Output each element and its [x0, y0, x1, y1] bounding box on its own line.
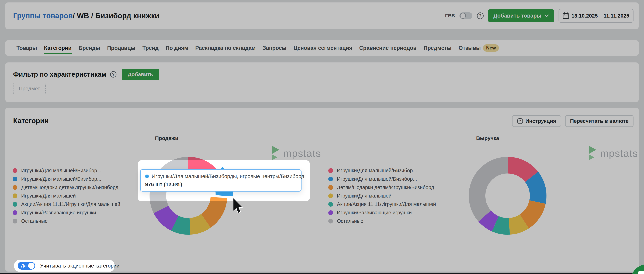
- recalc-currency-button[interactable]: Пересчитать в валюте: [565, 115, 634, 127]
- tab-po-dnyam[interactable]: По дням: [166, 40, 188, 56]
- promo-categories-label: Учитывать акционные категории: [40, 263, 120, 269]
- legend-dot: [12, 177, 17, 181]
- watermark-text: mpstats: [283, 147, 321, 159]
- watermark-left: mpstats: [272, 146, 321, 161]
- legend-label: Остальные: [337, 218, 363, 224]
- legend-item[interactable]: Игрушки/Развивающие игрушки: [12, 210, 120, 215]
- chat-icon: [638, 271, 644, 274]
- legend-item[interactable]: Игрушки/Для малышей/Бизибор...: [328, 176, 436, 182]
- instruction-button[interactable]: ? Инструкция: [512, 115, 561, 127]
- tab-predmety[interactable]: Предметы: [424, 40, 452, 56]
- tab-label: Категории: [44, 45, 72, 51]
- tooltip-header: Игрушки/Для малышей/Бизиборды, игровые ц…: [145, 173, 296, 179]
- legend-item[interactable]: Игрушки/Для малышей: [12, 193, 120, 199]
- legend-label: Детям/Подарки детям/Игрушки/Бизиборд: [337, 185, 434, 190]
- bottom-edge-strip: [0, 273, 644, 274]
- tab-otzyvy[interactable]: Отзывы New: [458, 40, 499, 56]
- filter-add-button[interactable]: Добавить: [122, 69, 159, 80]
- tab-prodavcy[interactable]: Продавцы: [107, 40, 135, 56]
- calendar-icon: [563, 13, 569, 19]
- tab-zaprosy[interactable]: Запросы: [263, 40, 287, 56]
- legend-dot: [12, 219, 17, 223]
- filter-title: Фильтр по характеристикам: [13, 71, 106, 78]
- tab-label: Раскладка по складам: [195, 45, 256, 51]
- date-range-picker[interactable]: 13.10.2025 – 11.11.2025: [558, 9, 634, 23]
- chart-tooltip: Игрушки/Для малышей/Бизиборды, игровые ц…: [140, 169, 302, 192]
- revenue-legend: Игрушки/Для малышей/Бизибор... Игрушки/Д…: [328, 168, 436, 224]
- sales-donut-chart[interactable]: [140, 147, 238, 245]
- instruction-help-icon: ?: [517, 118, 523, 124]
- tab-label: По дням: [166, 45, 188, 51]
- legend-label: Детям/Подарки детям/Игрушки/Бизиборд: [21, 185, 118, 190]
- tab-label: Запросы: [263, 45, 287, 51]
- legend-label: Игрушки/Для малышей/Бизибор...: [21, 168, 102, 173]
- chevron-down-icon: [544, 15, 549, 17]
- legend-item[interactable]: Акции/Акция 11.11/Игрушки/Для малышей: [328, 202, 436, 207]
- breadcrumb: Группы товаров / WB / Бизиборд книжки: [13, 3, 159, 29]
- watermark-right: mpstats: [588, 146, 638, 161]
- watermark-text: mpstats: [600, 147, 638, 159]
- legend-item[interactable]: Детям/Подарки детям/Игрушки/Бизиборд: [328, 185, 436, 190]
- new-badge: New: [483, 44, 499, 52]
- date-range-value: 13.10.2025 – 11.11.2025: [572, 13, 629, 19]
- breadcrumb-groups-link[interactable]: Группы товаров: [13, 12, 73, 20]
- breadcrumb-rest: / WB / Бизиборд книжки: [73, 12, 159, 20]
- legend-dot: [12, 168, 17, 173]
- recalc-currency-label: Пересчитать в валюте: [570, 118, 628, 124]
- legend-item[interactable]: Детям/Подарки детям/Игрушки/Бизиборд: [12, 185, 120, 190]
- promo-categories-toggle[interactable]: Да: [18, 262, 35, 269]
- tab-raskladka[interactable]: Раскладка по складам: [195, 40, 256, 56]
- legend-item[interactable]: Игрушки/Для малышей/Бизибор...: [12, 176, 120, 182]
- legend-item[interactable]: Игрушки/Для малышей/Бизибор...: [12, 168, 120, 173]
- tab-trend[interactable]: Тренд: [142, 40, 158, 56]
- tab-brendy[interactable]: Бренды: [78, 40, 100, 56]
- fbs-toggle[interactable]: [460, 12, 472, 19]
- revenue-chart-title: Выручка: [476, 135, 499, 141]
- legend-item[interactable]: Остальные: [328, 218, 436, 224]
- filter-help-icon[interactable]: ?: [110, 71, 116, 78]
- donut-slice[interactable]: [469, 157, 508, 222]
- legend-label: Игрушки/Для малышей/Бизибор...: [337, 168, 417, 173]
- legend-dot: [12, 194, 17, 198]
- instruction-label: Инструкция: [526, 118, 556, 124]
- legend-item[interactable]: Остальные: [12, 218, 120, 224]
- legend-item[interactable]: Игрушки/Развивающие игрушки: [328, 210, 436, 215]
- mpstats-categories-page: Группы товаров / WB / Бизиборд книжки FB…: [0, 0, 644, 274]
- tooltip-series-dot: [145, 175, 149, 178]
- legend-dot: [12, 185, 17, 190]
- legend-label: Игрушки/Развивающие игрушки: [337, 210, 412, 215]
- legend-dot: [12, 202, 17, 207]
- mpstats-logo-icon: [272, 146, 280, 161]
- tab-label: Бренды: [78, 45, 100, 51]
- sales-chart-title: Продажи: [155, 135, 178, 141]
- tab-tovary[interactable]: Товары: [16, 40, 37, 56]
- tab-label: Товары: [16, 45, 37, 51]
- header-controls: FBS ? Добавить товары 13.10.2025 – 11.11…: [445, 3, 634, 29]
- tab-cenovaya[interactable]: Ценовая сегментация: [294, 40, 352, 56]
- legend-item[interactable]: Игрушки/Для малышей: [328, 193, 436, 199]
- filter-chip-predmet[interactable]: Предмет: [13, 83, 46, 94]
- mouse-cursor: [233, 198, 245, 215]
- legend-label: Игрушки/Для малышей: [337, 193, 392, 199]
- filter-header-row: Фильтр по характеристикам ? Добавить: [13, 69, 159, 80]
- add-products-label: Добавить товары: [494, 13, 542, 19]
- legend-label: Остальные: [21, 218, 48, 224]
- add-products-button[interactable]: Добавить товары: [488, 9, 554, 22]
- tooltip-category-label: Игрушки/Для малышей/Бизиборды, игровые ц…: [152, 173, 304, 179]
- legend-item[interactable]: Игрушки/Для малышей/Бизибор...: [328, 168, 436, 173]
- promo-categories-toggle-row: Да Учитывать акционные категории: [18, 262, 120, 269]
- filter-card: Фильтр по характеристикам ? Добавить Пре…: [5, 62, 639, 102]
- legend-item[interactable]: Акции/Акция 11.11/Игрушки/Для малышей: [12, 202, 120, 207]
- tab-label: Сравнение периодов: [359, 45, 416, 51]
- tab-label: Продавцы: [107, 45, 135, 51]
- legend-dot: [328, 185, 333, 190]
- tab-kategorii[interactable]: Категории: [44, 40, 72, 56]
- toggle-state-label: Да: [21, 262, 26, 269]
- header-card: Группы товаров / WB / Бизиборд книжки FB…: [5, 3, 639, 29]
- legend-label: Акции/Акция 11.11/Игрушки/Для малышей: [21, 202, 120, 207]
- revenue-donut-chart[interactable]: [458, 147, 557, 245]
- legend-label: Игрушки/Для малышей/Бизибор...: [21, 176, 102, 182]
- tab-sravnenie[interactable]: Сравнение периодов: [359, 40, 416, 56]
- sales-legend: Игрушки/Для малышей/Бизибор... Игрушки/Д…: [12, 168, 120, 224]
- fbs-help-icon[interactable]: ?: [477, 13, 484, 19]
